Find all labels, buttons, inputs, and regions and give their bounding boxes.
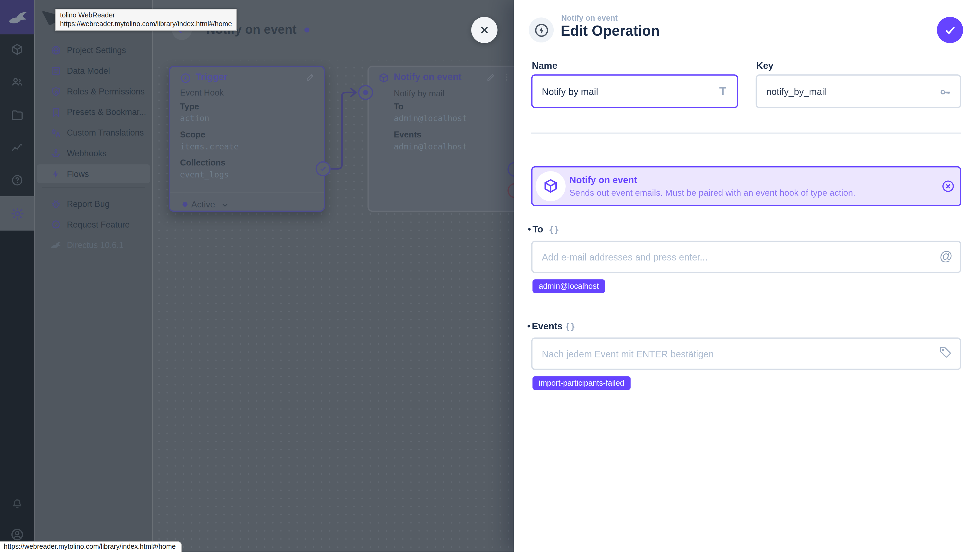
trigger-type-name: Event Hook [180,87,223,99]
notifications-icon[interactable] [11,496,24,509]
operation-input-port[interactable] [358,85,373,100]
nav-divider [42,188,145,188]
pencil-icon[interactable] [486,72,495,82]
tooltip-url: https://webreader.mytolino.com/library/i… [60,19,232,28]
help-module-icon[interactable] [11,173,24,187]
field-label: Events [394,129,422,140]
nav-item-presets-bookmarks[interactable]: Presets & Bookmar... [37,103,150,121]
nav-item-project-settings[interactable]: Project Settings [37,41,150,59]
field-value: items.create [180,141,239,153]
screen: Project Settings Data Model Roles & Perm… [0,0,980,552]
key-input[interactable] [756,74,961,108]
directus-logo[interactable] [0,0,34,34]
bookmark-icon [51,107,61,117]
operation-panel[interactable]: Notify on event Notify by mail To admin@… [368,65,525,212]
field-label: Type [180,101,199,112]
flow-status-dot [304,27,309,32]
tooltip-title: tolino WebReader [60,11,232,19]
shield-person-icon [51,86,61,97]
drawer-subtitle: Notify on event [561,14,618,22]
field-value: admin@localhost [394,141,467,153]
operation-name: Notify by mail [394,88,444,99]
field-value: admin@localhost [394,113,467,124]
circled-bolt-icon [533,22,549,38]
edited-dot [528,325,530,328]
bolt-icon [51,169,61,179]
users-module-icon[interactable] [11,76,24,89]
nav-item-custom-translations[interactable]: Custom Translations [37,123,150,142]
title-icon [717,85,729,97]
nav-item-roles-permissions[interactable]: Roles & Permissions [37,82,150,101]
content-module-icon[interactable] [11,43,24,56]
badge-check-icon [51,219,61,230]
at-sign-icon: @ [939,249,953,264]
version-label: Directus 10.6.1 [67,240,124,250]
nav-label: Webhooks [67,148,107,157]
settings-nav: Project Settings Data Model Roles & Perm… [34,0,153,552]
gear-icon [10,207,24,221]
name-field-label: Name [532,60,557,70]
edited-dot [528,228,531,231]
panel-divider [170,192,324,193]
files-module-icon[interactable] [11,108,24,122]
close-icon [479,24,490,36]
nav-version-row: Directus 10.6.1 [37,236,150,255]
trigger-panel[interactable]: Trigger Event Hook Type action Scope ite… [169,65,325,212]
kebab-menu-icon[interactable] [502,72,511,82]
list-icon [51,65,61,76]
save-button[interactable] [937,17,963,43]
close-drawer-button[interactable] [471,17,497,43]
field-label: Scope [180,129,205,140]
trigger-resolve-port[interactable] [315,161,331,176]
circled-bolt-icon [180,72,191,84]
check-icon [944,24,956,36]
cube-icon [378,72,389,84]
drawer-divider [531,132,961,134]
cube-icon [542,178,559,194]
to-input[interactable] [531,240,961,273]
trigger-status-select[interactable]: Active [191,199,215,210]
bug-icon [51,199,61,209]
nav-label: Request Feature [67,220,130,229]
deselect-operation-icon[interactable] [941,180,955,193]
field-value: event_logs [180,169,229,180]
field-label: To [394,101,403,112]
field-label: Collections [180,157,225,169]
events-input[interactable] [531,337,961,370]
account-avatar-icon[interactable] [10,528,24,542]
globe-icon [51,45,61,55]
pencil-icon[interactable] [306,72,315,82]
nav-item-report-bug[interactable]: Report Bug [37,194,150,213]
nav-label: Custom Translations [67,128,144,137]
nav-item-flows[interactable]: Flows [37,164,150,183]
nav-label: Report Bug [67,199,110,208]
info-box-title: Notify on event [570,175,637,185]
braces-icon[interactable]: {} [565,322,576,331]
braces-icon[interactable]: {} [549,225,560,234]
module-bar [0,0,34,552]
event-chip[interactable]: import-participants-failed [533,376,630,390]
drawer-title: Edit Operation [560,22,660,40]
email-chip[interactable]: admin@localhost [533,279,605,293]
info-icon-circle [536,171,566,201]
active-status-dot [182,202,187,207]
nav-item-request-feature[interactable]: Request Feature [37,215,150,234]
nav-item-webhooks[interactable]: Webhooks [37,144,150,162]
events-field-label: Events [532,321,563,331]
link-tooltip: tolino WebReader https://webreader.mytol… [55,9,237,30]
browser-status-bar: https://webreader.mytolino.com/library/i… [0,541,182,552]
nav-label: Data Model [67,66,110,75]
operation-panel-title: Notify on event [394,71,461,82]
chevron-down-icon [221,201,229,209]
name-input[interactable] [531,74,738,108]
nav-item-data-model[interactable]: Data Model [37,61,150,80]
translate-icon [51,127,61,138]
drawer-header-icon-circle [529,17,554,43]
insights-module-icon[interactable] [11,141,24,154]
operation-info-box [531,166,961,206]
key-field-label: Key [756,60,773,70]
anchor-icon [51,148,61,158]
port-dot [363,90,368,95]
tag-icon [939,346,952,359]
settings-module-active[interactable] [0,196,34,231]
